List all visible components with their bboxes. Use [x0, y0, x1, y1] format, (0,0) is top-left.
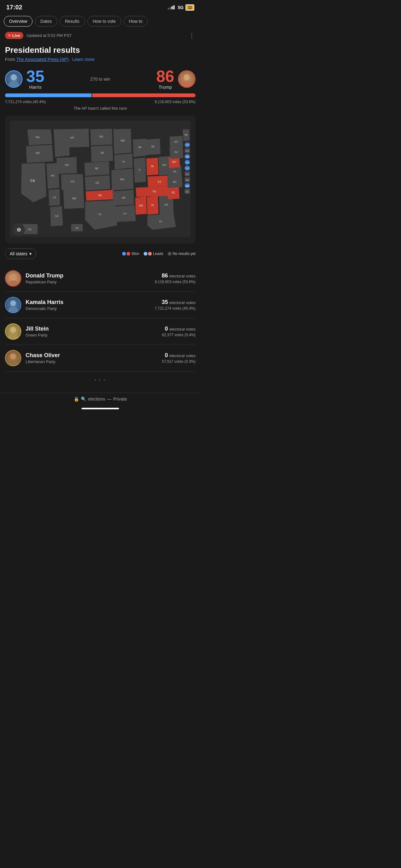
harris-votes: 35 — [26, 68, 44, 84]
svg-text:NC: NC — [173, 180, 177, 183]
svg-text:WV: WV — [172, 160, 176, 163]
tab-overview[interactable]: Overview — [4, 16, 32, 27]
more-options-button[interactable]: ⋮ — [189, 32, 196, 39]
svg-text:LA: LA — [123, 212, 127, 215]
oliver-list-popular: 57,517 votes (0.3%) — [162, 359, 196, 364]
leads-blue-dot — [144, 252, 147, 256]
svg-point-66 — [8, 333, 18, 340]
won-legend: Won — [122, 251, 139, 256]
harris-popular-votes: 7,721,274 votes (45.4%) — [5, 100, 46, 104]
svg-text:AR: AR — [122, 196, 126, 199]
home-indicator — [81, 408, 119, 409]
status-right: 5G 12 — [168, 4, 194, 11]
svg-text:MO: MO — [120, 178, 125, 181]
all-states-button[interactable]: All states ▾ — [5, 248, 36, 259]
svg-text:ME: ME — [184, 133, 188, 136]
tab-how-to[interactable]: How to — [124, 16, 148, 27]
svg-text:MD: MD — [186, 185, 189, 187]
svg-text:IN: IN — [151, 165, 154, 168]
trump-name: Trump — [156, 84, 174, 90]
svg-text:AK: AK — [28, 228, 32, 231]
oliver-list-avatar — [5, 350, 21, 366]
svg-text:IA: IA — [123, 160, 125, 163]
trump-avatar — [178, 70, 196, 88]
tab-results[interactable]: Results — [60, 16, 85, 27]
svg-text:TX: TX — [98, 213, 101, 216]
trump-votes: 86 — [156, 68, 174, 84]
stein-list-avatar — [5, 323, 21, 340]
svg-point-65 — [10, 327, 16, 333]
svg-text:OR: OR — [36, 152, 40, 155]
status-bar: 17:02 5G 12 — [0, 0, 201, 13]
svg-point-63 — [10, 300, 16, 306]
learn-more-link[interactable]: Learn more — [72, 57, 95, 62]
tab-dates[interactable]: Dates — [35, 16, 57, 27]
network-type: 5G — [178, 5, 183, 10]
state-wa[interactable] — [28, 129, 52, 145]
svg-point-61 — [10, 274, 16, 279]
svg-text:ND: ND — [100, 135, 103, 138]
svg-text:NJ: NJ — [186, 173, 189, 176]
svg-text:KY: KY — [158, 180, 162, 183]
harris-list-party: Democratic Party — [26, 306, 155, 311]
svg-text:UT: UT — [53, 196, 56, 199]
svg-text:NY: NY — [174, 140, 178, 144]
svg-text:FL: FL — [159, 220, 162, 223]
tabs-nav: Overview Dates Results How to vote How t… — [0, 13, 201, 29]
stein-list-popular: 62,377 votes (0.4%) — [162, 333, 196, 337]
lock-icon: 🔒 — [74, 397, 79, 402]
svg-text:WA: WA — [36, 135, 40, 139]
svg-text:PA: PA — [175, 151, 178, 154]
won-red-dot — [127, 252, 130, 256]
source-line: From The Associated Press (AP) · Learn m… — [5, 57, 196, 62]
zoom-button[interactable]: ⊕ — [12, 223, 25, 236]
trump-list-avatar — [5, 270, 21, 286]
svg-text:MA: MA — [186, 155, 189, 158]
page-title: Presidential results — [5, 45, 196, 55]
svg-text:DC: DC — [186, 190, 189, 193]
harris-list-name: Kamala Harris — [26, 299, 155, 306]
svg-text:MI: MI — [152, 145, 154, 148]
candidate-list: Donald Trump Republican Party 86 elector… — [5, 265, 196, 372]
won-blue-dot — [122, 252, 126, 256]
source-link[interactable]: The Associated Press (AP) — [16, 57, 68, 62]
svg-text:NV: NV — [51, 174, 55, 177]
svg-text:TN: TN — [153, 190, 156, 193]
svg-point-62 — [8, 280, 18, 286]
zoom-icon: ⊕ — [16, 226, 21, 233]
svg-text:AL: AL — [151, 204, 155, 207]
private-label: Private — [113, 397, 127, 402]
trump-list-popular: 9,116,603 votes (53.6%) — [155, 280, 196, 284]
svg-text:MN: MN — [121, 139, 125, 142]
live-badge: Live — [5, 32, 24, 39]
live-updated-text: Updated at 5:02 PM PST — [27, 33, 72, 38]
stein-electoral-count: 0 — [165, 326, 168, 332]
candidates-comparison: 35 Harris 270 to win 86 Trump — [5, 68, 196, 90]
no-results-legend: No results yet — [168, 251, 196, 256]
svg-text:NE: NE — [95, 167, 99, 170]
us-map-svg[interactable]: WA OR CA NV ID MT WY UT CO — [10, 121, 191, 237]
svg-text:CT: CT — [186, 167, 189, 170]
oliver-list-party: Libertarian Party — [26, 359, 162, 364]
svg-text:HI: HI — [75, 226, 78, 230]
svg-text:OK: OK — [98, 194, 102, 197]
main-content: Presidential results From The Associated… — [0, 41, 201, 393]
svg-text:SD: SD — [101, 151, 104, 154]
tab-how-to-vote[interactable]: How to vote — [88, 16, 121, 27]
separator: — — [107, 397, 111, 402]
svg-text:NM: NM — [72, 197, 76, 200]
svg-text:WI: WI — [138, 146, 141, 149]
trump-electoral-count: 86 — [162, 273, 168, 279]
status-time: 17:02 — [6, 4, 22, 11]
oliver-electoral-count: 0 — [165, 352, 168, 359]
harris-list-avatar — [5, 297, 21, 313]
battery-indicator: 12 — [186, 4, 194, 11]
chevron-down-icon: ▾ — [29, 251, 32, 256]
map-legend-row: All states ▾ Won Leads No results ye — [5, 248, 196, 259]
svg-text:KS: KS — [96, 181, 99, 184]
svg-text:CA: CA — [30, 179, 35, 183]
svg-point-0 — [11, 74, 17, 80]
svg-point-68 — [8, 360, 18, 366]
legend-items: Won Leads No results yet — [122, 251, 196, 256]
list-item: Donald Trump Republican Party 86 elector… — [5, 265, 196, 292]
